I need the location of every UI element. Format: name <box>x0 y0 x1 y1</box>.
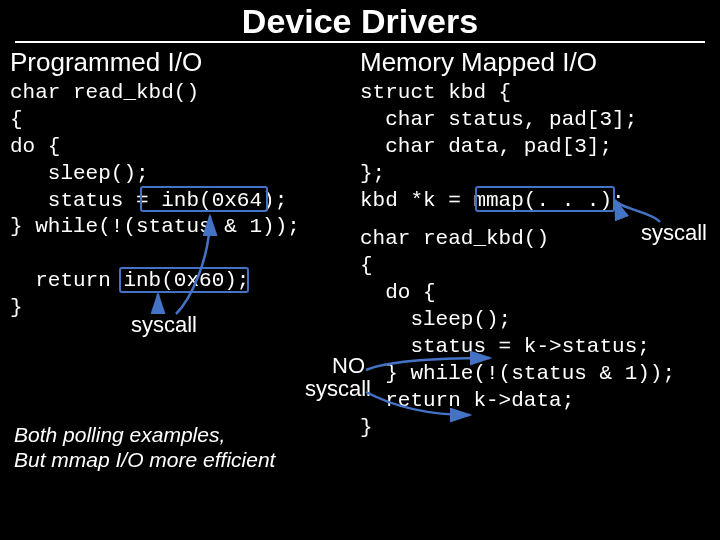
right-code-bottom: char read_kbd() { do { sleep(); status =… <box>360 226 710 441</box>
right-heading: Memory Mapped I/O <box>360 47 710 78</box>
annot-syscall-right: syscall <box>641 220 707 246</box>
annot-no-line2: syscall <box>305 376 371 401</box>
note-line1: Both polling examples, <box>14 423 225 446</box>
annot-no-line1: NO <box>332 353 365 378</box>
slide-title: Device Drivers <box>15 0 705 43</box>
left-code: char read_kbd() { do { sleep(); status =… <box>10 80 360 322</box>
footer-note: Both polling examples, But mmap I/O more… <box>14 422 275 472</box>
note-line2: But mmap I/O more efficient <box>14 448 275 471</box>
annot-no-syscall: NO syscall <box>305 354 365 400</box>
annot-syscall-left: syscall <box>131 312 197 338</box>
left-heading: Programmed I/O <box>10 47 360 78</box>
right-code-top: struct kbd { char status, pad[3]; char d… <box>360 80 710 214</box>
